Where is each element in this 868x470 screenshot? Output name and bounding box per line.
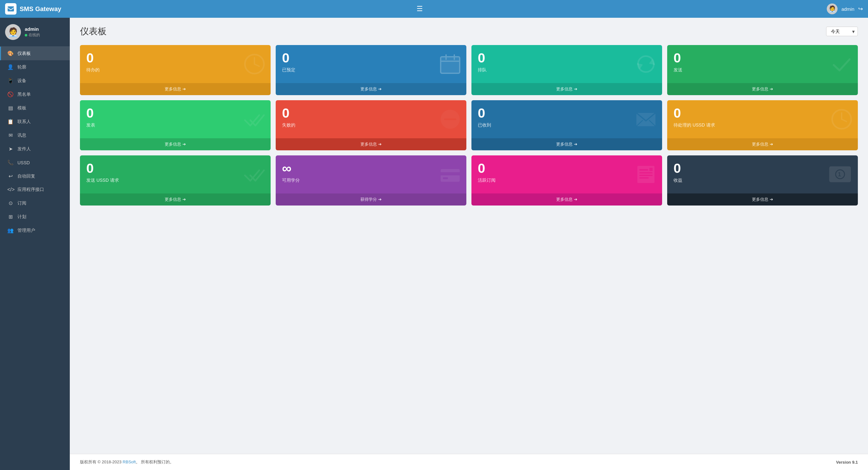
card-subscriptions-footer[interactable]: 更多信息 ➔ (471, 193, 662, 206)
sidebar-item-profiles[interactable]: 👤 轮廓 (0, 60, 70, 74)
card-pending[interactable]: 0 待办的 更多信息 ➔ (80, 45, 271, 95)
card-ussd-pending-info: 0 待处理的 USSD 请求 (674, 106, 715, 128)
card-queued-body: 0 排队 (471, 45, 662, 83)
card-sent-label: 发送 (674, 67, 682, 73)
card-received-count: 0 (478, 106, 491, 120)
footer-brand-link[interactable]: RBSoft (123, 460, 136, 464)
sidebar-item-templates[interactable]: ▤ 模板 (0, 101, 70, 115)
card-failed[interactable]: 0 失败的 更多信息 ➔ (276, 100, 466, 150)
card-subscriptions-more: 更多信息 ➔ (556, 197, 578, 202)
card-send-ussd-footer[interactable]: 更多信息 ➔ (80, 193, 271, 206)
card-queued-info: 0 排队 (478, 51, 487, 73)
card-subscriptions[interactable]: 0 活跃订阅 更多信息 (471, 155, 662, 206)
card-published-footer[interactable]: 更多信息 ➔ (80, 138, 271, 150)
sidebar-item-subscriptions[interactable]: ⊙ 订阅 (0, 196, 70, 210)
svg-text:1: 1 (838, 171, 841, 178)
card-published-more: 更多信息 ➔ (165, 142, 186, 147)
sidebar-item-api[interactable]: </> 应用程序接口 (0, 183, 70, 196)
svg-rect-0 (8, 6, 14, 11)
svg-line-3 (254, 64, 259, 66)
sidebar-item-messages[interactable]: ✉ 讯息 (0, 128, 70, 142)
card-received-footer[interactable]: 更多信息 ➔ (471, 138, 662, 150)
navbar-right: 🧑‍💼 admin ↪ (827, 3, 863, 14)
api-icon: </> (7, 187, 13, 192)
card-credits-footer[interactable]: 获得学分 ➔ (276, 193, 466, 206)
card-published[interactable]: 0 发表 更多信息 ➔ (80, 100, 271, 150)
card-ussd-pending[interactable]: 0 待处理的 USSD 请求 更多信息 ➔ (667, 100, 858, 150)
calendar-icon (439, 53, 461, 75)
sidebar-item-plans[interactable]: ⊞ 计划 (0, 210, 70, 224)
card-credits[interactable]: ∞ 可用学分 获得学分 ➔ (276, 155, 466, 206)
sidebar-item-users[interactable]: 👥 管理用户 (0, 224, 70, 237)
sidebar-item-label: 计划 (18, 214, 26, 220)
card-send-ussd-label: 发送 USSD 请求 (86, 178, 119, 183)
sidebar-item-label: 轮廓 (18, 64, 26, 70)
dashboard-icon: 🎨 (7, 51, 13, 57)
card-send-ussd-body: 0 发送 USSD 请求 (80, 155, 271, 193)
sidebar-item-label: 模板 (18, 105, 26, 111)
card-queued-footer[interactable]: 更多信息 ➔ (471, 83, 662, 95)
date-filter-wrapper: 今天 昨天 本周 本月 (826, 27, 858, 36)
card-received[interactable]: 0 已收到 更多信息 ➔ (471, 100, 662, 150)
minus-circle-icon (439, 108, 461, 130)
card-sent-info: 0 发送 (674, 51, 682, 73)
card-earnings[interactable]: 0 收益 1 更多信息 ➔ (667, 155, 858, 206)
sidebar-item-devices[interactable]: 📱 设备 (0, 74, 70, 88)
sidebar-item-contacts[interactable]: 📋 联系人 (0, 115, 70, 128)
sidebar-item-blacklist[interactable]: 🚫 黑名单 (0, 88, 70, 101)
date-filter-select[interactable]: 今天 昨天 本周 本月 (826, 27, 858, 36)
hamburger-button[interactable]: ☰ (416, 5, 423, 13)
card-queued[interactable]: 0 排队 更多信息 ➔ (471, 45, 662, 95)
sidebar-username: admin (25, 26, 40, 32)
main-header: 仪表板 今天 昨天 本周 本月 (70, 18, 868, 42)
card-queued-count: 0 (478, 51, 487, 65)
card-sent[interactable]: 0 发送 更多信息 ➔ (667, 45, 858, 95)
card-scheduled[interactable]: 0 已预定 更多信息 ➔ (276, 45, 466, 95)
card-subscriptions-info: 0 活跃订阅 (478, 162, 496, 183)
card-pending-info: 0 待办的 (86, 51, 100, 73)
card-failed-footer[interactable]: 更多信息 ➔ (276, 138, 466, 150)
sidebar-item-senders[interactable]: ➤ 发件人 (0, 142, 70, 156)
sidebar-user: 🧑‍💼 admin 在线的 (0, 18, 70, 46)
card-send-ussd-more: 更多信息 ➔ (165, 197, 186, 202)
card-failed-count: 0 (282, 106, 296, 120)
page-title: 仪表板 (80, 25, 106, 37)
sidebar-item-label: 讯息 (18, 132, 26, 138)
card-earnings-footer[interactable]: 更多信息 ➔ (667, 193, 858, 206)
sidebar-status: 在线的 (25, 32, 40, 38)
sidebar-item-label: 自动回复 (18, 174, 35, 179)
sidebar-item-ussd[interactable]: 📞 USSD (0, 156, 70, 169)
clock-icon (243, 53, 266, 75)
layout: 🧑‍💼 admin 在线的 🎨 仪表板 👤 轮廓 📱 设备 (0, 18, 868, 470)
main-content: 仪表板 今天 昨天 本周 本月 0 待办的 (70, 18, 868, 470)
profiles-icon: 👤 (7, 64, 13, 70)
card-queued-label: 排队 (478, 67, 487, 73)
card-queued-more: 更多信息 ➔ (556, 86, 578, 92)
card-failed-label: 失败的 (282, 122, 296, 128)
sidebar-item-autoreply[interactable]: ↩ 自动回复 (0, 169, 70, 183)
card-pending-more: 更多信息 ➔ (165, 86, 186, 92)
users-icon: 👥 (7, 227, 13, 233)
card-send-ussd[interactable]: 0 发送 USSD 请求 更多信息 ➔ (80, 155, 271, 206)
sidebar-item-dashboard[interactable]: 🎨 仪表板 (0, 46, 70, 60)
card-received-more: 更多信息 ➔ (556, 142, 578, 147)
card-published-info: 0 发表 (86, 106, 95, 128)
card-pending-label: 待办的 (86, 67, 100, 73)
logout-button[interactable]: ↪ (858, 5, 863, 12)
card-scheduled-count: 0 (282, 51, 296, 65)
sidebar-item-label: 订阅 (18, 200, 26, 206)
refresh-icon (635, 53, 657, 75)
card-earnings-info: 0 收益 (674, 162, 682, 183)
card-pending-footer[interactable]: 更多信息 ➔ (80, 83, 271, 95)
card-sent-footer[interactable]: 更多信息 ➔ (667, 83, 858, 95)
card-ussd-pending-footer[interactable]: 更多信息 ➔ (667, 138, 858, 150)
credit-card-icon (439, 163, 461, 186)
card-earnings-body: 0 收益 1 (667, 155, 858, 193)
footer-rights: 。 所有权利预订的。 (136, 460, 174, 464)
card-ussd-pending-count: 0 (674, 106, 715, 120)
svg-rect-23 (639, 175, 653, 176)
footer-version-label: Version (836, 460, 851, 465)
card-earnings-count: 0 (674, 162, 682, 175)
card-ussd-pending-body: 0 待处理的 USSD 请求 (667, 100, 858, 138)
card-scheduled-footer[interactable]: 更多信息 ➔ (276, 83, 466, 95)
